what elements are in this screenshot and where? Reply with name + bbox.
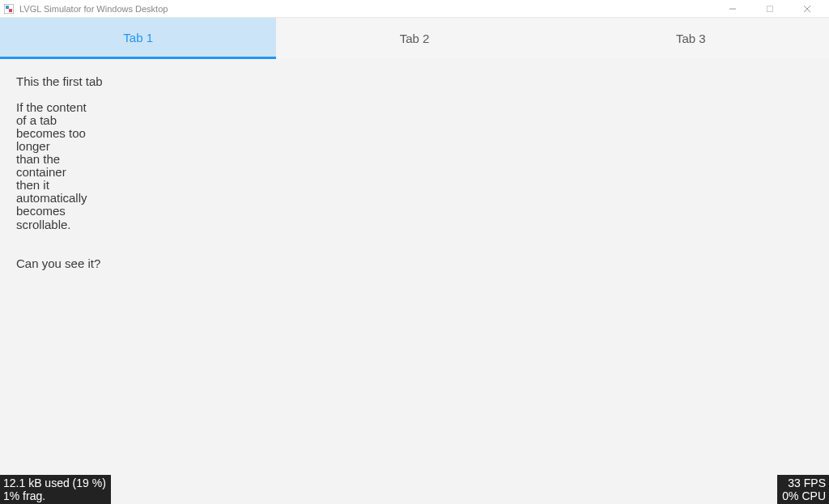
- app-icon: [3, 3, 15, 15]
- tab-bar: Tab 1 Tab 2 Tab 3: [0, 18, 829, 59]
- minimize-button[interactable]: [714, 0, 751, 18]
- tab-2[interactable]: Tab 2: [276, 18, 552, 59]
- status-memory-overlay: 12.1 kB used (19 %) 1% frag.: [0, 475, 111, 504]
- tab-3[interactable]: Tab 3: [553, 18, 829, 59]
- tab-label: Tab 3: [676, 32, 706, 45]
- status-memory-frag: 1% frag.: [3, 489, 106, 502]
- tab-1[interactable]: Tab 1: [0, 18, 276, 59]
- maximize-button[interactable]: [751, 0, 789, 18]
- window-controls: [714, 0, 826, 18]
- svg-rect-1: [6, 6, 9, 9]
- status-memory-used: 12.1 kB used (19 %): [3, 476, 106, 489]
- status-fps: 33 FPS: [782, 476, 826, 489]
- svg-rect-4: [767, 6, 773, 11]
- tab-content-text: This the first tab If the content of a t…: [16, 75, 121, 270]
- status-cpu: 0% CPU: [782, 489, 826, 502]
- tab-label: Tab 2: [400, 32, 430, 45]
- svg-rect-2: [9, 9, 12, 12]
- status-performance-overlay: 33 FPS 0% CPU: [777, 475, 829, 504]
- tab-content-area: This the first tab If the content of a t…: [0, 59, 829, 504]
- window-titlebar: LVGL Simulator for Windows Desktop: [0, 0, 829, 18]
- close-button[interactable]: [789, 0, 826, 18]
- tab-label: Tab 1: [123, 31, 153, 44]
- window-title: LVGL Simulator for Windows Desktop: [19, 4, 714, 14]
